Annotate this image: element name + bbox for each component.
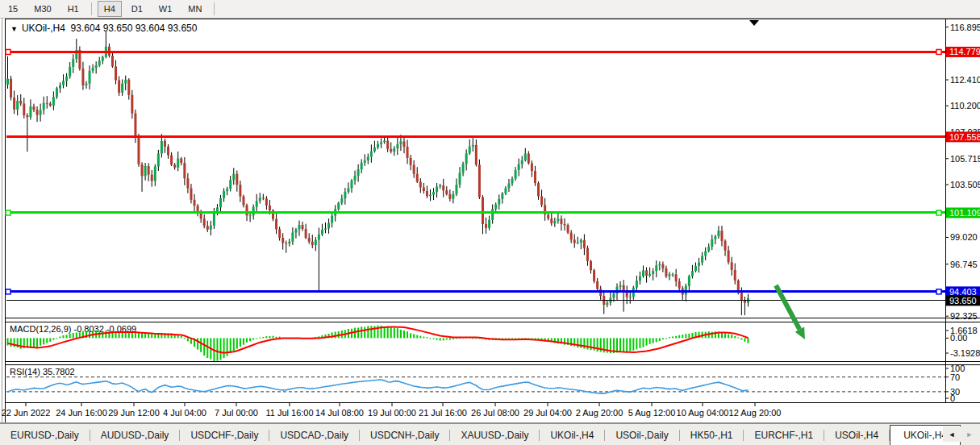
price-tick-label: 105.715 xyxy=(950,154,980,164)
time-axis-label: 7 Jul 00:00 xyxy=(215,408,258,418)
chart-tab-hk50-h1[interactable]: HK50-,H1 xyxy=(680,426,744,444)
time-axis-label: 29 Jul 04:00 xyxy=(523,408,572,418)
time-axis-label: 2 Aug 20:00 xyxy=(576,408,623,418)
hline-handle[interactable] xyxy=(936,49,941,54)
time-axis-label: 5 Aug 12:00 xyxy=(628,408,676,418)
chart-tab-bar: EURUSD-,DailyAUDUSD-,DailyUSDCHF-,DailyU… xyxy=(0,423,980,445)
price-label-text: 107.558 xyxy=(949,132,980,142)
chart-tab-eurchf-h1[interactable]: EURCHF-,H1 xyxy=(744,426,824,444)
price-tick-label: 112.410 xyxy=(950,75,980,85)
mt4-chart-window: 15M30H1H4D1W1MN ▼UKOil-,H4 93.604 93.650… xyxy=(0,0,980,445)
time-axis-label: 21 Jul 16:00 xyxy=(419,408,467,418)
price-tick-label: 116.895 xyxy=(950,23,980,32)
chart-canvas: 116.895112.410110.200107.935105.715103.5… xyxy=(0,0,980,445)
time-axis-label: 12 Aug 20:00 xyxy=(729,408,782,418)
time-axis-label: 24 Jun 16:00 xyxy=(56,408,107,418)
chart-tab-audusd-daily[interactable]: AUDUSD-,Daily xyxy=(90,426,180,444)
chart-tab-ukoil-h4[interactable]: UKOil-,H4 xyxy=(540,426,604,444)
price-label-text: 93.650 xyxy=(949,296,977,306)
chart-tab-usdchf-daily[interactable]: USDCHF-,Daily xyxy=(180,426,269,444)
chart-tab-usdcad-daily[interactable]: USDCAD-,Daily xyxy=(269,426,359,444)
tab-scroll-left-icon[interactable]: ◄ xyxy=(949,430,956,439)
time-axis-label: 19 Jul 00:00 xyxy=(368,408,416,418)
time-axis-label: 4 Jul 04:00 xyxy=(163,408,206,418)
time-axis-label: 26 Jul 08:00 xyxy=(471,408,519,418)
candlesticks xyxy=(6,31,749,315)
price-tick-label: 92.325 xyxy=(950,311,978,321)
price-tick-label: 96.745 xyxy=(950,260,978,269)
chart-tab-usoil-daily[interactable]: USOil-,Daily xyxy=(605,426,678,444)
current-bar-marker-icon xyxy=(749,20,759,26)
hline-handle[interactable] xyxy=(6,210,10,215)
macd-axis-label: 0.00 xyxy=(950,333,967,343)
price-tick-label: 99.020 xyxy=(950,232,978,242)
chart-tab-eurusd-daily[interactable]: EURUSD-,Daily xyxy=(0,426,90,444)
tab-scroll-right-icon[interactable]: ► xyxy=(966,430,974,439)
hline-handle[interactable] xyxy=(936,210,941,215)
chart-tab-xauusd-daily[interactable]: XAUUSD-,Daily xyxy=(450,426,539,444)
hline-handle[interactable] xyxy=(6,289,10,294)
time-axis-label: 11 Jul 16:00 xyxy=(265,408,313,418)
chart-tab-usoil-h4[interactable]: USOil-,H4 xyxy=(824,426,889,444)
hline-handle[interactable] xyxy=(6,49,10,54)
price-label-text: 114.779 xyxy=(949,47,980,56)
rsi-line xyxy=(8,380,749,393)
price-label-text: 101.109 xyxy=(949,208,980,218)
price-tick-label: 110.200 xyxy=(950,101,980,110)
hline-handle[interactable] xyxy=(936,289,941,294)
tab-scroll-buttons: ◄ ► xyxy=(943,426,978,442)
time-axis-label: 14 Jul 08:00 xyxy=(315,408,364,418)
macd-histogram xyxy=(7,326,749,361)
chart-tab-usdcnh-daily[interactable]: USDCNH-,Daily xyxy=(360,426,449,444)
rsi-axis-label: 70 xyxy=(950,372,960,382)
time-axis-label: 29 Jun 12:00 xyxy=(108,408,160,418)
time-axis-label: 22 Jun 2022 xyxy=(2,408,51,418)
time-axis[interactable]: 22 Jun 202224 Jun 16:0029 Jun 12:004 Jul… xyxy=(6,403,946,422)
rsi-axis-label: 0 xyxy=(950,393,955,403)
macd-axis-label: -3.1928 xyxy=(950,348,980,358)
time-axis-label: 10 Aug 04:00 xyxy=(677,408,729,418)
price-tick-label: 103.505 xyxy=(950,180,980,189)
